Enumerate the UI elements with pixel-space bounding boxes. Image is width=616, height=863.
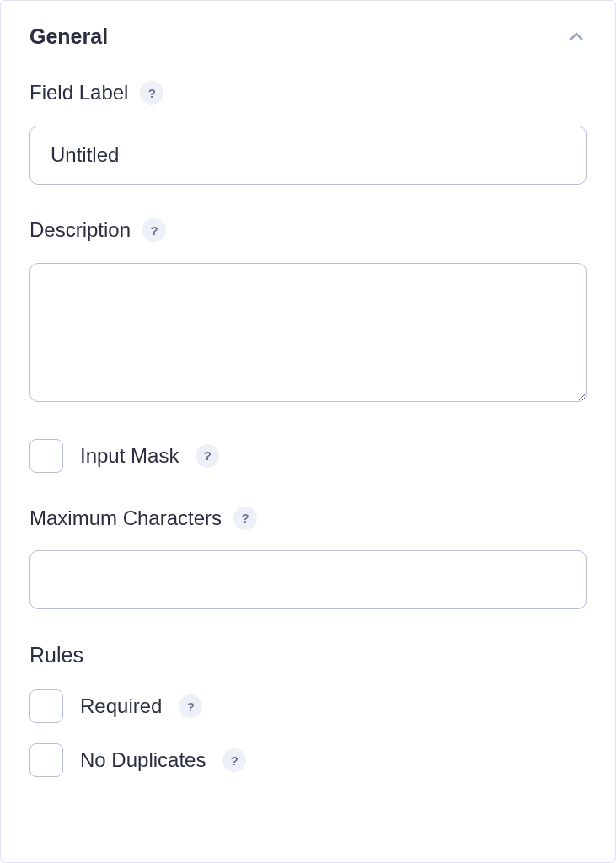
no-duplicates-label: No Duplicates	[80, 748, 206, 772]
description-group: Description ?	[29, 218, 587, 405]
max-characters-group: Maximum Characters ?	[29, 507, 587, 610]
required-checkbox[interactable]	[29, 689, 63, 723]
help-icon[interactable]: ?	[142, 218, 166, 242]
help-icon[interactable]: ?	[196, 444, 219, 468]
rules-heading: Rules	[29, 643, 587, 667]
field-label-text: Field Label	[29, 81, 128, 105]
help-icon[interactable]: ?	[222, 748, 246, 772]
input-mask-row: Input Mask ?	[29, 439, 587, 473]
required-label: Required	[80, 694, 162, 718]
max-characters-label-text: Maximum Characters	[29, 507, 222, 531]
panel-title: General	[29, 24, 108, 49]
input-mask-group: Input Mask ?	[29, 439, 587, 473]
no-duplicates-checkbox[interactable]	[29, 743, 63, 777]
rules-list: Required ? No Duplicates ?	[29, 689, 587, 777]
description-input[interactable]	[29, 263, 587, 402]
help-icon[interactable]: ?	[140, 81, 163, 105]
panel-body: Field Label ? Description ? Input Mask ?…	[1, 66, 615, 806]
no-duplicates-row: No Duplicates ?	[29, 743, 587, 777]
max-characters-label-row: Maximum Characters ?	[29, 507, 587, 531]
field-label-row: Field Label ?	[29, 81, 587, 105]
rules-group: Rules Required ? No Duplicates ?	[29, 643, 587, 777]
description-label-text: Description	[29, 218, 131, 243]
help-icon[interactable]: ?	[233, 507, 257, 530]
field-label-group: Field Label ?	[29, 81, 587, 185]
chevron-up-icon	[566, 27, 587, 47]
max-characters-input[interactable]	[29, 550, 587, 609]
description-label-row: Description ?	[29, 218, 587, 243]
input-mask-checkbox[interactable]	[29, 439, 63, 473]
field-label-input[interactable]	[29, 126, 587, 185]
required-row: Required ?	[29, 689, 587, 723]
panel-header[interactable]: General	[1, 1, 615, 66]
help-icon[interactable]: ?	[179, 694, 202, 718]
general-panel: General Field Label ? Description ? Inpu…	[0, 0, 616, 863]
input-mask-label: Input Mask	[80, 444, 179, 468]
